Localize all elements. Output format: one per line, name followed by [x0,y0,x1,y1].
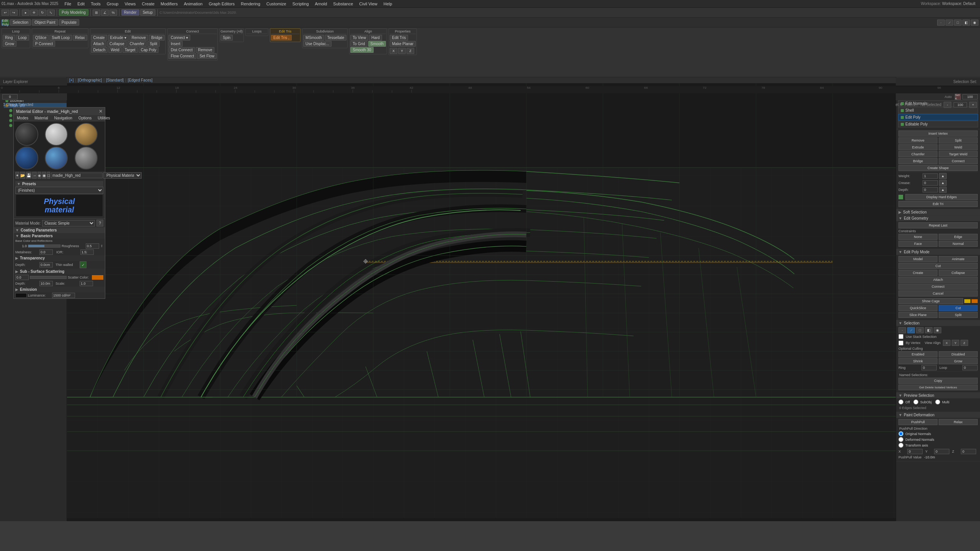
ring-btn[interactable]: Ring [3,35,15,41]
mat-sphere-3[interactable] [75,123,98,146]
smooth-btn[interactable]: Smooth [368,41,386,47]
view-align-x[interactable]: X [943,340,951,346]
connect-edge-btn[interactable]: Connect [939,158,978,164]
mat-utilities-menu[interactable]: Utilities [95,115,113,121]
weight-up[interactable]: ▲ [939,173,947,179]
use-displac-btn[interactable]: Use Displac... [303,41,332,47]
depth-input-mat[interactable] [39,262,53,267]
soft-selection-title[interactable]: ▶ Soft Selection [896,209,980,215]
show-cage-color-2[interactable] [972,299,978,303]
elem-sel-btn[interactable]: ◉ [934,327,941,333]
mat-mode-select[interactable]: Classic Simple Advanced [42,220,95,227]
percent-snap-btn[interactable]: % [109,10,117,16]
menu-modifiers[interactable]: Modifiers [158,1,181,7]
collapse-ep-btn[interactable]: Collapse [939,270,978,276]
bridge-edge-btn[interactable]: Bridge [898,158,938,164]
relax-btn[interactable]: Relax [73,35,87,41]
mat-show-bg-btn[interactable]: □ [47,172,50,179]
selection-title[interactable]: ▼ Selection [896,320,980,326]
edge-mode-btn[interactable]: ⟋ [946,20,953,26]
normal-constraint-btn[interactable]: Normal [939,241,978,247]
editpoly-tab[interactable]: Edit Poly [2,20,9,26]
select-tool[interactable]: ▸ [22,10,29,16]
view-align-y[interactable]: Y [952,340,959,346]
cancel-btn[interactable]: Cancel [898,290,978,297]
attach-ep-btn[interactable]: Attach [898,277,978,283]
preview-off-radio[interactable] [898,399,903,404]
chamfer-edge-btn[interactable]: Chamfer [898,151,938,157]
collapse-btn[interactable]: Collapse [107,41,127,47]
rotate-tool[interactable]: ↻ [39,10,46,16]
create-btn[interactable]: Create [91,35,107,41]
menu-file[interactable]: File [61,1,74,7]
vertex-sel-btn[interactable]: · [898,327,906,333]
mat-show-mat-btn[interactable]: ◉ [42,172,46,179]
mat-save-btn[interactable]: 💾 [26,172,31,179]
animate-btn[interactable]: Animate [939,256,978,262]
breadcrumb-shading[interactable]: [Standard] [106,78,124,82]
menu-help[interactable]: Help [381,1,395,7]
viewport-canvas[interactable]: LBS_031_High TotalLBS_031_High Polys:4,2… [67,83,896,518]
msmooth-btn[interactable]: MSmooth [303,35,324,41]
dist-connect-btn[interactable]: Dist Connect [168,47,195,53]
z-axis-btn[interactable]: Z [407,48,414,54]
menu-graph-editors[interactable]: Graph Editors [206,1,238,7]
use-stack-sel-checkbox[interactable] [898,334,903,339]
detach-btn[interactable]: Detach [91,47,108,53]
scatter-color-swatch[interactable] [92,275,103,280]
menu-substance[interactable]: Substance [330,1,356,7]
render-btn[interactable]: Render [121,9,139,16]
ring-input[interactable] [921,365,937,370]
undo-btn[interactable]: ↩ [2,10,9,16]
menu-customize[interactable]: Customize [263,1,289,7]
breadcrumb-display[interactable]: [Edged Faces] [128,78,152,82]
scale-input[interactable] [80,281,93,286]
scale-tool[interactable]: ⤡ [47,10,55,16]
repeat-last-btn[interactable]: Repeat Last [898,222,978,228]
end-frame-input[interactable] [962,94,978,99]
show-cage-btn[interactable]: Show Cage [898,298,963,304]
poly-mode-btn[interactable]: ◧ [962,20,970,26]
edge-sel-btn[interactable]: ⟋ [907,327,915,333]
mat-pick-btn[interactable]: ◈ [38,172,41,179]
scatter-input[interactable] [15,275,29,280]
face-constraint-btn[interactable]: Face [898,241,938,247]
menu-arnold[interactable]: Arnold [312,1,330,7]
edit-geometry-title[interactable]: ▼ Edit Geometry [896,215,980,221]
hard-btn[interactable]: Hard [369,35,382,41]
presets-dropdown[interactable]: (Finishes) [15,187,103,194]
smooth30-btn[interactable]: Smooth 30 [350,47,373,53]
show-cage-color-1[interactable] [964,299,970,303]
x-axis-input[interactable] [907,449,923,454]
breadcrumb-plus[interactable]: [+] [69,78,74,82]
mat-close-btn[interactable]: ✕ [99,109,103,114]
luminance-input[interactable] [52,293,75,298]
menu-group[interactable]: Group [104,1,122,7]
weight-input[interactable] [923,173,938,179]
extrude-btn[interactable]: Extrude ▾ [108,35,129,41]
z-axis-input[interactable] [961,449,976,454]
mat-modes-menu[interactable]: Modes [14,115,31,121]
viewport[interactable]: [+] | [Orthographic] | [Standard] | [Edg… [67,77,896,521]
menu-views[interactable]: Views [121,1,139,7]
display-hard-edges-btn[interactable]: Display Hard Edges [905,194,978,200]
presets-header[interactable]: ▼ Presets [15,181,103,187]
start-frame-input[interactable] [2,94,18,99]
quickslice-btn[interactable]: QuickSlice [898,305,938,311]
edit-tri-btn[interactable]: Edit Tri [898,201,978,207]
modifier-editable-poly[interactable]: Editable Poly [898,121,978,127]
crease-input[interactable] [923,180,938,186]
modifier-edit-poly[interactable]: Edit Poly [898,114,978,121]
minus-btn[interactable]: - [944,102,951,108]
mat-type-select[interactable]: Physical Material Standard Multi/Sub-Obj… [103,172,142,179]
vertex-mode-btn[interactable]: · [937,20,945,26]
preview-multi-radio[interactable] [935,399,940,404]
slice-plane-btn[interactable]: Slice Plane [898,312,938,318]
preview-selection-title[interactable]: ▼ Preview Selection [896,393,980,398]
emission-header[interactable]: ▶ Emission [14,287,105,292]
edit-tris-btn[interactable]: Edit Tris , [271,35,292,41]
bridge-btn[interactable]: Bridge [149,35,165,41]
paint-deformation-title[interactable]: ▼ Paint Deformation [896,412,980,418]
chamfer-btn[interactable]: Chamfer [127,41,147,47]
insert-vertex-btn[interactable]: Insert Vertex [898,130,978,137]
